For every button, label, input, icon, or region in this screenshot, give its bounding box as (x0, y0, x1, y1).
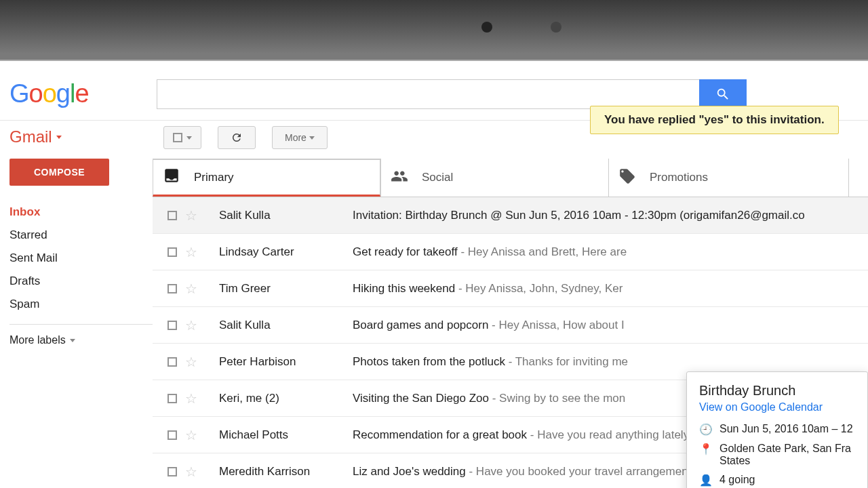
message-row[interactable]: ☆ Salit Kulla Invitation: Birthday Brunc… (153, 197, 868, 234)
subject: Invitation: Birthday Brunch @ Sun Jun 5,… (353, 209, 859, 222)
event-location: Golden Gate Park, San Fra States (719, 443, 855, 467)
refresh-icon (231, 131, 243, 144)
checkbox[interactable] (167, 211, 177, 220)
sidebar: Gmail COMPOSE Inbox Starred Sent Mail Dr… (0, 121, 153, 488)
caret-down-icon (70, 339, 75, 342)
search-icon (715, 87, 730, 102)
star-icon[interactable]: ☆ (185, 427, 197, 443)
sender: Meredith Karrison (205, 465, 344, 479)
search-bar (157, 79, 747, 109)
search-button[interactable] (699, 79, 747, 109)
tab-promotions[interactable]: Promotions (608, 159, 848, 197)
reply-toast: You have replied "yes" to this invitatio… (590, 106, 839, 134)
checkbox[interactable] (167, 430, 177, 440)
sender: Keri, me (2) (205, 392, 344, 405)
tab-more[interactable] (848, 159, 868, 197)
google-logo[interactable]: Google (9, 79, 89, 108)
event-location-row: 📍 Golden Gate Park, San Fra States (699, 443, 855, 467)
event-time-row: 🕘 Sun Jun 5, 2016 10am – 12 (699, 423, 855, 436)
star-icon[interactable]: ☆ (185, 317, 197, 333)
view-on-calendar-link[interactable]: View on Google Calendar (699, 401, 855, 413)
tab-label: Promotions (650, 171, 708, 184)
tab-label: Social (422, 171, 453, 184)
message-row[interactable]: ☆ Salit Kulla Board games and popcorn - … (153, 307, 868, 344)
inbox-icon (163, 167, 180, 188)
tag-icon (618, 167, 636, 188)
caret-down-icon (56, 136, 62, 139)
subject: Photos taken from the potluck - Thanks f… (353, 355, 859, 369)
message-row[interactable]: ☆ Lindsay Carter Get ready for takeoff -… (153, 234, 868, 270)
more-button[interactable]: More (272, 126, 328, 149)
camera-dot-icon (481, 22, 492, 33)
select-all-button[interactable] (163, 126, 201, 149)
checkbox[interactable] (167, 321, 177, 330)
event-going-row: 👤 4 going (699, 474, 855, 487)
main-area: Gmail COMPOSE Inbox Starred Sent Mail Dr… (0, 121, 868, 488)
star-icon[interactable]: ☆ (185, 244, 197, 260)
people-icon (391, 167, 408, 188)
camera-dot-icon (551, 22, 561, 33)
event-time: Sun Jun 5, 2016 10am – 12 (719, 423, 853, 435)
gmail-dropdown[interactable]: Gmail (9, 127, 153, 146)
sidebar-item-starred[interactable]: Starred (9, 224, 153, 247)
event-card: Birthday Brunch View on Google Calendar … (686, 371, 868, 488)
more-button-label: More (285, 132, 307, 143)
checkbox[interactable] (167, 284, 177, 293)
gmail-label-text: Gmail (9, 127, 52, 146)
caret-down-icon (186, 136, 192, 140)
search-input[interactable] (157, 79, 699, 109)
sidebar-item-inbox[interactable]: Inbox (9, 201, 153, 224)
more-labels-text: More labels (9, 334, 66, 346)
checkbox-icon (173, 133, 182, 142)
person-icon: 👤 (699, 474, 710, 487)
star-icon[interactable]: ☆ (185, 464, 197, 480)
caret-down-icon (309, 136, 315, 140)
sidebar-item-sent[interactable]: Sent Mail (9, 247, 153, 270)
subject: Board games and popcorn - Hey Anissa, Ho… (353, 319, 859, 332)
sender: Tim Greer (205, 282, 344, 296)
more-labels-button[interactable]: More labels (9, 324, 153, 346)
refresh-button[interactable] (218, 126, 256, 149)
message-row[interactable]: ☆ Tim Greer Hiking this weekend - Hey An… (153, 270, 868, 307)
event-going: 4 going (719, 474, 755, 486)
pin-icon: 📍 (699, 443, 710, 455)
sidebar-item-spam[interactable]: Spam (9, 293, 153, 316)
clock-icon: 🕘 (699, 423, 710, 436)
sender: Salit Kulla (205, 319, 344, 332)
content-area: You have replied "yes" to this invitatio… (153, 121, 868, 488)
star-icon[interactable]: ☆ (185, 207, 197, 224)
checkbox[interactable] (167, 357, 177, 367)
device-bezel (0, 0, 868, 61)
subject: Get ready for takeoff - Hey Anissa and B… (353, 245, 859, 259)
sender: Lindsay Carter (205, 245, 344, 259)
star-icon[interactable]: ☆ (185, 354, 197, 370)
tab-label: Primary (194, 171, 234, 184)
checkbox[interactable] (167, 247, 177, 257)
tab-primary[interactable]: Primary (153, 159, 380, 197)
tab-social[interactable]: Social (380, 159, 608, 197)
star-icon[interactable]: ☆ (185, 281, 197, 297)
star-icon[interactable]: ☆ (185, 390, 197, 407)
sender: Michael Potts (205, 428, 344, 442)
subject: Hiking this weekend - Hey Anissa, John, … (353, 282, 859, 296)
sidebar-item-drafts[interactable]: Drafts (9, 270, 153, 293)
category-tabs: Primary Social Promotions (153, 159, 868, 197)
compose-button[interactable]: COMPOSE (9, 159, 109, 186)
event-title: Birthday Brunch (699, 383, 855, 399)
checkbox[interactable] (167, 467, 177, 476)
sender: Salit Kulla (205, 209, 344, 222)
sender: Peter Harbison (205, 355, 344, 369)
checkbox[interactable] (167, 394, 177, 403)
